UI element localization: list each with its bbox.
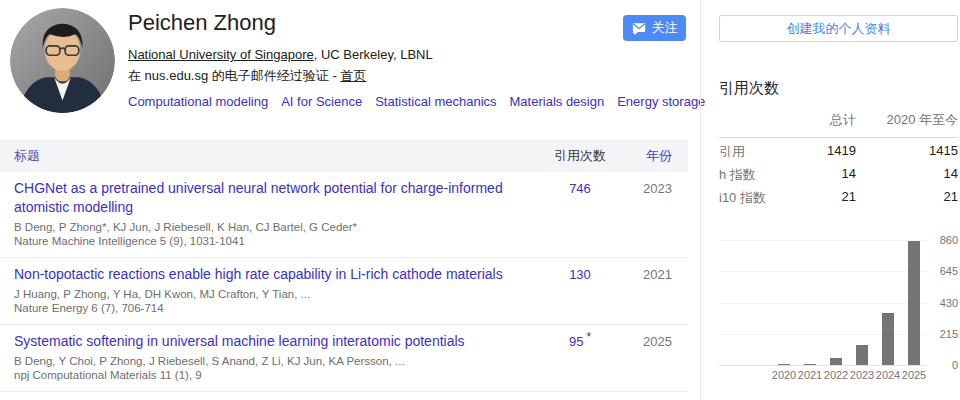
interest-link-statistical-mechanics[interactable]: Statistical mechanics: [375, 94, 496, 109]
chart-bar-2022[interactable]: [830, 358, 842, 365]
cited-by-count-link[interactable]: 130: [569, 267, 591, 282]
avatar-portrait: [10, 8, 115, 113]
chart-gridline: [719, 303, 926, 304]
chart-y-axis-label: 860: [940, 234, 958, 246]
verified-email-text: 在 nus.edu.sg 的电子邮件经过验证 -: [128, 68, 340, 83]
stat-label: 引用: [719, 143, 790, 161]
chart-bar-2023[interactable]: [856, 345, 868, 365]
chart-y-axis-label: 215: [940, 328, 958, 340]
article-authors: B Deng, Y Choi, P Zhong, J Riebesell, S …: [14, 354, 534, 368]
column-header-cited-by[interactable]: 引用次数: [544, 147, 616, 165]
article-row: Non-topotactic reactions enable high rat…: [0, 258, 688, 325]
article-row: CHGNet as a pretrained universal neural …: [0, 172, 688, 258]
article-year: 2025: [616, 332, 672, 382]
cited-by-count-link[interactable]: 95: [569, 334, 583, 349]
profile-photo[interactable]: [10, 8, 115, 113]
article-authors: B Deng, P Zhong*, KJ Jun, J Riebesell, K…: [14, 220, 534, 234]
article-venue: Nature Machine Intelligence 5 (9), 1031-…: [14, 234, 534, 248]
stat-value-all: 14: [790, 166, 856, 184]
chart-gridline: [719, 334, 926, 335]
profile-header: Peichen Zhong National University of Sin…: [0, 0, 688, 139]
follow-button-label: 关注: [652, 19, 678, 37]
article-title-link[interactable]: Non-topotactic reactions enable high rat…: [14, 265, 503, 284]
verified-email-line: 在 nus.edu.sg 的电子邮件经过验证 - 首页: [128, 67, 705, 85]
chart-bar-2025[interactable]: [908, 241, 920, 365]
article-authors: J Huang, P Zhong, Y Ha, DH Kwon, MJ Craf…: [14, 287, 534, 301]
chart-gridline: [719, 240, 926, 241]
chart-gridline: [719, 365, 926, 366]
affiliation-rest: , UC Berkeley, LBNL: [314, 47, 433, 62]
article-row: Systematic softening in universal machin…: [0, 325, 688, 392]
interest-link-energy-storage[interactable]: Energy storage: [617, 94, 705, 109]
article-venue: Nature Energy 6 (7), 706-714: [14, 301, 534, 315]
stat-value-all: 1419: [790, 143, 856, 161]
stat-label: i10 指数: [719, 189, 790, 207]
stats-col-all: 总计: [790, 111, 856, 129]
chart-x-axis-label: 2024: [876, 369, 900, 381]
articles-table-header: 标题 引用次数 年份: [0, 139, 688, 172]
stat-label: h 指数: [719, 166, 790, 184]
chart-plot-area: [719, 240, 926, 365]
citation-stats-table: 总计 2020 年至今 引用 1419 1415 h 指数 14 14 i10 …: [719, 111, 958, 207]
article-row: Cluster expansions of multicomponent ion…: [0, 392, 688, 400]
article-title-link[interactable]: CHGNet as a pretrained universal neural …: [14, 179, 534, 217]
column-header-year[interactable]: 年份: [616, 147, 672, 165]
homepage-link[interactable]: 首页: [340, 68, 366, 83]
citations-sidebar: 创建我的个人资料 引用次数 总计 2020 年至今 引用 1419 1415 h…: [700, 0, 960, 400]
chart-x-axis-label: 2025: [902, 369, 926, 381]
citations-per-year-chart: 8606454302150202020212022202320242025: [719, 234, 958, 386]
articles-table: 标题 引用次数 年份 CHGNet as a pretrained univer…: [0, 139, 688, 400]
chart-gridline: [719, 271, 926, 272]
interest-link-ai-for-science[interactable]: AI for Science: [281, 94, 362, 109]
stat-value-all: 21: [790, 189, 856, 207]
stats-row-h-index: h 指数 14 14: [719, 161, 958, 184]
stats-col-since: 2020 年至今: [856, 111, 958, 129]
chart-x-axis-label: 2020: [772, 369, 796, 381]
stat-value-since: 14: [856, 166, 958, 184]
chart-y-axis-label: 645: [940, 265, 958, 277]
chart-x-axis-label: 2021: [798, 369, 822, 381]
article-year: 2023: [616, 179, 672, 248]
follow-email-icon: [632, 22, 647, 35]
stats-row-i10-index: i10 指数 21 21: [719, 184, 958, 207]
stats-header-row: 总计 2020 年至今: [719, 111, 958, 138]
affiliation-link[interactable]: National University of Singapore: [128, 47, 314, 62]
chart-x-axis-label: 2023: [850, 369, 874, 381]
follow-button[interactable]: 关注: [623, 15, 686, 41]
citation-asterisk: *: [586, 330, 591, 344]
profile-main-column: Peichen Zhong National University of Sin…: [0, 0, 688, 400]
interest-link-materials-design[interactable]: Materials design: [510, 94, 605, 109]
chart-x-axis-label: 2022: [824, 369, 848, 381]
cited-by-heading: 引用次数: [719, 79, 958, 98]
research-interests: Computational modeling AI for Science St…: [128, 94, 705, 109]
stats-row-citations: 引用 1419 1415: [719, 138, 958, 161]
article-year: 2021: [616, 265, 672, 315]
chart-bar-2024[interactable]: [882, 313, 894, 365]
interest-link-computational-modeling[interactable]: Computational modeling: [128, 94, 268, 109]
chart-bar-2021[interactable]: [804, 364, 816, 365]
article-title-link[interactable]: Systematic softening in universal machin…: [14, 332, 465, 351]
cited-by-count-link[interactable]: 746: [569, 181, 591, 196]
chart-bar-2020[interactable]: [778, 364, 790, 365]
stat-value-since: 21: [856, 189, 958, 207]
column-header-title[interactable]: 标题: [14, 147, 544, 165]
affiliation-line: National University of Singapore, UC Ber…: [128, 47, 705, 62]
chart-y-axis-label: 0: [952, 359, 958, 371]
create-profile-button[interactable]: 创建我的个人资料: [719, 15, 958, 42]
article-venue: npj Computational Materials 11 (1), 9: [14, 368, 534, 382]
stat-value-since: 1415: [856, 143, 958, 161]
profile-info: Peichen Zhong National University of Sin…: [128, 10, 705, 109]
chart-y-axis-label: 430: [940, 297, 958, 309]
profile-name: Peichen Zhong: [128, 10, 705, 36]
